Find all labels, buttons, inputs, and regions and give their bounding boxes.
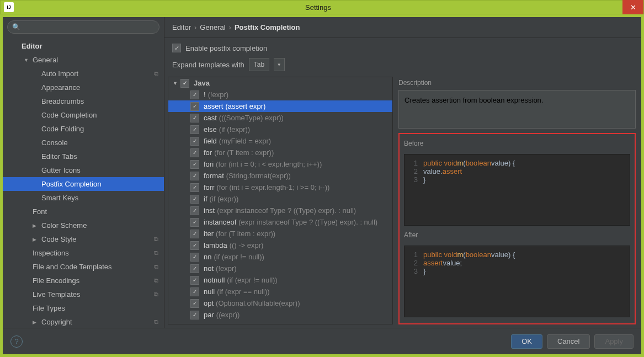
template-checkbox[interactable]: ✓: [190, 218, 199, 227]
sidebar-item-label: Font: [33, 207, 47, 216]
template-item-for[interactable]: ✓for (for (T item : expr)): [168, 147, 392, 158]
sidebar-item-inspections[interactable]: Inspections⧉: [3, 246, 164, 260]
template-item-nn[interactable]: ✓nn (if (expr != null)): [168, 251, 392, 263]
template-item-format[interactable]: ✓format (String.format(expr)): [168, 170, 392, 182]
template-checkbox[interactable]: ✓: [190, 311, 199, 319]
breadcrumb-sep: ›: [194, 23, 196, 31]
template-item-not[interactable]: ✓not (!expr): [168, 263, 392, 274]
sidebar-item-label: Live Templates: [33, 290, 80, 299]
sidebar-item-breadcrumbs[interactable]: Breadcrumbs: [3, 94, 164, 108]
template-checkbox[interactable]: ✓: [190, 299, 199, 308]
template-hint: (Optional.ofNullable(expr)): [216, 299, 300, 307]
template-hint: (if (expr == null)): [217, 287, 269, 296]
template-item-null[interactable]: ✓null (if (expr == null)): [168, 286, 392, 297]
template-item-instanceof[interactable]: ✓instanceof (expr instanceof Type ? ((Ty…: [168, 216, 392, 228]
template-checkbox[interactable]: ✓: [190, 114, 199, 122]
apply-button[interactable]: Apply: [594, 334, 634, 349]
expand-key-dropdown-button[interactable]: ▼: [274, 58, 285, 71]
template-key: for: [204, 148, 212, 157]
template-list[interactable]: ▼ ✓ Java ✓! (!expr)✓assert (assert expr)…: [168, 77, 393, 324]
template-checkbox[interactable]: ✓: [190, 148, 199, 157]
enable-postfix-checkbox[interactable]: ✓: [172, 44, 181, 52]
sidebar-item-console[interactable]: Console: [3, 136, 164, 150]
sidebar-item-postfix-completion[interactable]: Postfix Completion: [3, 177, 164, 191]
template-checkbox[interactable]: ✓: [190, 253, 199, 262]
template-checkbox[interactable]: ✓: [190, 102, 199, 111]
template-item-lambda[interactable]: ✓lambda (() -> expr): [168, 239, 392, 251]
template-item-x[interactable]: ✓! (!expr): [168, 89, 392, 100]
dialog-footer: ? OK Cancel Apply: [3, 328, 641, 354]
template-checkbox[interactable]: ✓: [190, 206, 199, 215]
sidebar-item-code-style[interactable]: ▶Code Style⧉: [3, 232, 164, 246]
template-item-fori[interactable]: ✓fori (for (int i = 0; i < expr.length; …: [168, 158, 392, 170]
template-hint: (if (expr != null)): [214, 253, 264, 261]
template-checkbox[interactable]: ✓: [190, 183, 199, 192]
template-hint: (String.format(expr)): [226, 172, 291, 180]
template-checkbox[interactable]: ✓: [190, 172, 199, 180]
template-group-java[interactable]: ▼ ✓ Java: [168, 77, 392, 89]
sidebar-item-general[interactable]: ▼General: [3, 53, 164, 67]
sidebar-item-appearance[interactable]: Appearance: [3, 81, 164, 94]
sidebar-item-file-types[interactable]: File Types: [3, 301, 164, 315]
sidebar-item-auto-import[interactable]: Auto Import⧉: [3, 67, 164, 81]
sidebar-item-color-scheme[interactable]: ▶Color Scheme: [3, 219, 164, 232]
breadcrumb-0[interactable]: Editor: [172, 23, 191, 31]
template-key: if: [204, 195, 207, 203]
before-code: 1public void m(boolean value) { 2 value.…: [404, 154, 630, 226]
template-key: format: [204, 172, 224, 180]
description-label: Description: [398, 77, 636, 90]
sidebar-item-file-encodings[interactable]: File Encodings⧉: [3, 274, 164, 287]
template-checkbox[interactable]: ✓: [190, 90, 199, 99]
template-item-opt[interactable]: ✓opt (Optional.ofNullable(expr)): [168, 297, 392, 309]
close-button[interactable]: ✕: [622, 0, 643, 14]
scope-icon: ⧉: [154, 249, 158, 257]
tree-header-editor[interactable]: Editor: [3, 39, 164, 53]
template-item-else[interactable]: ✓else (if (!expr)): [168, 124, 392, 135]
scope-icon: ⧉: [154, 70, 158, 77]
template-item-cast[interactable]: ✓cast (((SomeType) expr)): [168, 112, 392, 124]
sidebar-item-code-folding[interactable]: Code Folding: [3, 122, 164, 136]
template-item-notnull[interactable]: ✓notnull (if (expr != null)): [168, 274, 392, 286]
breadcrumb-2: Postfix Completion: [235, 23, 300, 31]
template-item-assert[interactable]: ✓assert (assert expr): [168, 100, 392, 112]
template-item-field[interactable]: ✓field (myField = expr): [168, 135, 392, 147]
template-checkbox[interactable]: ✓: [190, 137, 199, 146]
settings-content: Editor › General › Postfix Completion ✓ …: [164, 17, 641, 328]
sidebar-item-copyright[interactable]: ▶Copyright⧉: [3, 315, 164, 328]
template-checkbox[interactable]: ✓: [190, 276, 199, 285]
app-icon: IJ: [4, 2, 14, 12]
sidebar-item-live-templates[interactable]: Live Templates⧉: [3, 287, 164, 301]
template-item-if[interactable]: ✓if (if (expr)): [168, 193, 392, 205]
template-checkbox[interactable]: ✓: [190, 264, 199, 273]
cancel-button[interactable]: Cancel: [547, 334, 590, 349]
sidebar-item-editor-tabs[interactable]: Editor Tabs: [3, 150, 164, 163]
template-item-inst[interactable]: ✓inst (expr instanceof Type ? ((Type) ex…: [168, 205, 392, 216]
template-item-forr[interactable]: ✓forr (for (int i = expr.length-1; i >= …: [168, 182, 392, 193]
ok-button[interactable]: OK: [511, 334, 542, 349]
template-hint: (if (expr != null)): [227, 276, 277, 284]
template-item-iter[interactable]: ✓iter (for (T item : expr)): [168, 228, 392, 239]
template-checkbox[interactable]: ✓: [190, 125, 199, 134]
template-checkbox[interactable]: ✓: [190, 195, 199, 204]
help-button[interactable]: ?: [10, 335, 23, 348]
group-checkbox[interactable]: ✓: [180, 79, 189, 88]
sidebar-item-font[interactable]: Font: [3, 205, 164, 219]
sidebar-item-smart-keys[interactable]: Smart Keys: [3, 191, 164, 205]
template-checkbox[interactable]: ✓: [190, 287, 199, 296]
sidebar-item-code-completion[interactable]: Code Completion: [3, 108, 164, 122]
search-input[interactable]: [7, 20, 159, 34]
template-key: else: [204, 125, 217, 134]
template-hint: (myField = expr): [219, 137, 271, 145]
template-checkbox[interactable]: ✓: [190, 160, 199, 169]
template-item-par[interactable]: ✓par ((expr)): [168, 309, 392, 321]
template-checkbox[interactable]: ✓: [190, 230, 199, 238]
after-code: 1public void m(boolean value) { 2 assert…: [404, 246, 630, 317]
sidebar-item-label: Smart Keys: [41, 194, 78, 202]
expand-key-dropdown[interactable]: Tab: [249, 58, 269, 71]
sidebar-item-gutter-icons[interactable]: Gutter Icons: [3, 163, 164, 177]
template-checkbox[interactable]: ✓: [190, 241, 199, 250]
settings-tree[interactable]: Editor ▼GeneralAuto Import⧉AppearanceBre…: [3, 37, 164, 328]
enable-postfix-label: Enable postfix completion: [185, 44, 267, 52]
sidebar-item-file-and-code-templates[interactable]: File and Code Templates⧉: [3, 260, 164, 274]
breadcrumb-1[interactable]: General: [200, 23, 225, 31]
